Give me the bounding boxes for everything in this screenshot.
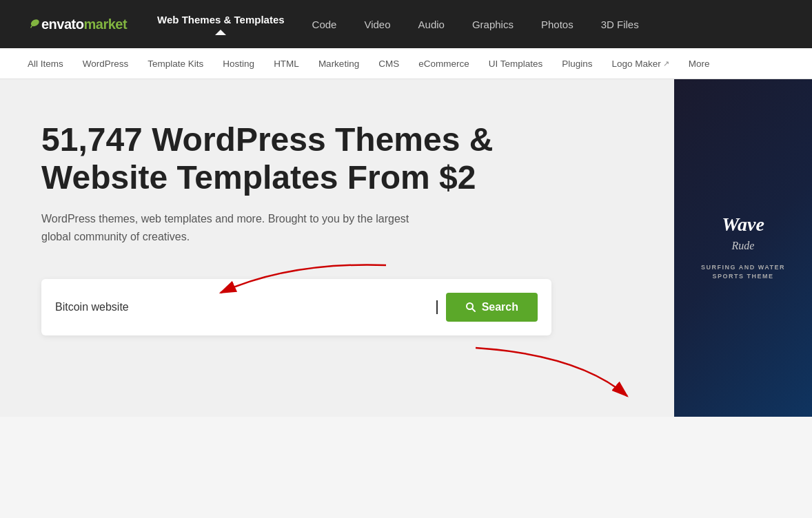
subnav-ecommerce[interactable]: eCommerce [418,59,469,69]
wave-theme-description: SURFING AND WATER SPORTS THEME [688,263,798,282]
top-navigation: envatomarket Web Themes & Templates Code… [0,0,812,48]
search-input[interactable] [55,301,427,313]
subnav-hosting[interactable]: Hosting [223,59,254,69]
search-box: Search [41,279,551,335]
wave-theme-title: Wave [722,215,764,234]
leaf-icon [28,18,40,30]
subnav-more[interactable]: More [689,59,710,69]
wave-theme-subtitle: Rude [732,240,755,252]
subnav-plugins[interactable]: Plugins [562,59,592,69]
subnav-template-kits[interactable]: Template Kits [148,59,203,69]
hero-side-panel: Wave Rude SURFING AND WATER SPORTS THEME [674,79,812,417]
nav-video[interactable]: Video [361,19,393,30]
search-button-label: Search [482,301,518,313]
sub-navigation: All Items WordPress Template Kits Hostin… [0,48,812,79]
subnav-all-items[interactable]: All Items [28,59,63,69]
hero-section: 51,747 WordPress Themes & Website Templa… [0,79,812,417]
external-link-icon: ↗ [663,59,669,68]
subnav-html[interactable]: HTML [274,59,299,69]
logo[interactable]: envatomarket [28,17,127,32]
logo-market-text: market [83,17,127,32]
logo-envato-text: envato [41,17,83,32]
nav-graphics[interactable]: Graphics [469,19,516,30]
hero-content: 51,747 WordPress Themes & Website Templa… [0,121,593,335]
svg-line-2 [472,309,475,311]
nav-code[interactable]: Code [309,19,340,30]
search-button-icon [465,302,476,313]
subnav-logo-maker[interactable]: Logo Maker ↗ [612,59,669,69]
hero-subtitle: WordPress themes, web templates and more… [41,210,414,245]
wave-theme-preview: Wave Rude SURFING AND WATER SPORTS THEME [674,79,812,417]
nav-audio[interactable]: Audio [416,19,447,30]
arrow-to-button [469,341,662,410]
nav-photos[interactable]: Photos [538,19,576,30]
hero-title: 51,747 WordPress Themes & Website Templa… [41,121,551,196]
nav-web-themes[interactable]: Web Themes & Templates [154,14,287,35]
search-button[interactable]: Search [446,293,538,322]
subnav-ui-templates[interactable]: UI Templates [489,59,543,69]
text-cursor [436,300,438,314]
nav-3d-files[interactable]: 3D Files [598,19,642,30]
subnav-cms[interactable]: CMS [378,59,399,69]
subnav-marketing[interactable]: Marketing [318,59,359,69]
subnav-wordpress[interactable]: WordPress [83,59,129,69]
top-nav-links: Web Themes & Templates Code Video Audio … [154,14,784,35]
